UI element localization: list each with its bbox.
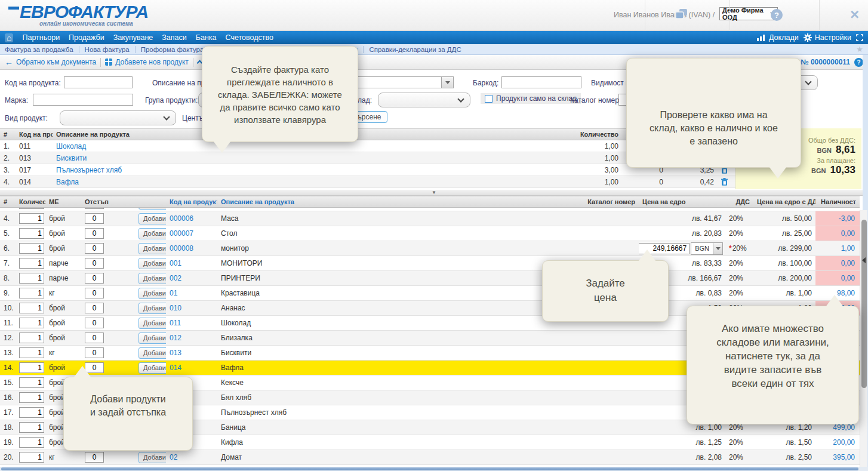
add-button[interactable]: Добави bbox=[138, 362, 166, 374]
menu-item[interactable]: Счетоводство bbox=[226, 33, 273, 42]
currency-dropdown-button[interactable] bbox=[713, 243, 722, 254]
discount-input[interactable] bbox=[85, 273, 104, 284]
product-code-link[interactable]: 000007 bbox=[166, 229, 217, 238]
stock-link[interactable] bbox=[815, 208, 860, 211]
help-icon[interactable]: ? bbox=[771, 9, 783, 21]
quantity-input[interactable] bbox=[19, 213, 44, 224]
add-button[interactable]: Добави bbox=[138, 258, 166, 269]
company-select[interactable]: Демо Фирма ООД bbox=[719, 7, 778, 20]
quantity-input[interactable] bbox=[19, 347, 44, 358]
menu-item[interactable]: Банка bbox=[196, 33, 217, 42]
quantity-input[interactable] bbox=[19, 392, 44, 403]
quantity-input[interactable] bbox=[19, 318, 44, 328]
menu-item[interactable]: Продажби bbox=[69, 33, 104, 42]
quantity-input[interactable] bbox=[19, 333, 44, 343]
add-button[interactable]: Добави bbox=[138, 303, 166, 314]
quantity-input[interactable] bbox=[19, 452, 44, 463]
panel-resize-arrow-icon[interactable] bbox=[862, 257, 866, 263]
favorite-star-icon[interactable]: ★ bbox=[856, 45, 863, 54]
page-help-icon[interactable]: ? bbox=[854, 58, 863, 67]
product-link[interactable]: Пълнозърнест хляб bbox=[53, 166, 550, 174]
submenu-item[interactable]: Фактура за продажба bbox=[5, 46, 73, 53]
fullscreen-icon[interactable] bbox=[856, 34, 863, 41]
quantity-input[interactable] bbox=[19, 437, 44, 448]
home-icon[interactable]: ⌂ bbox=[5, 33, 13, 42]
add-new-product-button[interactable]: Добавете нов продукт bbox=[105, 58, 189, 66]
discount-input[interactable] bbox=[85, 208, 104, 209]
product-code-link[interactable]: 01 bbox=[166, 289, 217, 297]
reports-menu-item[interactable]: Доклади bbox=[757, 33, 799, 42]
add-button[interactable]: Добави bbox=[138, 228, 166, 239]
quantity-input[interactable] bbox=[19, 377, 44, 388]
add-button[interactable]: Добави bbox=[138, 347, 166, 359]
stock-link[interactable]: 0,00 bbox=[815, 256, 860, 270]
close-icon[interactable]: × bbox=[850, 8, 859, 21]
product-code-link[interactable]: 012 bbox=[166, 334, 217, 342]
brand-input[interactable] bbox=[33, 94, 133, 106]
discount-input[interactable] bbox=[85, 258, 104, 269]
quantity-input[interactable] bbox=[19, 407, 44, 418]
discount-input[interactable] bbox=[85, 243, 104, 254]
vertical-scrollbar-thumb[interactable] bbox=[861, 220, 867, 388]
currency-select[interactable]: BGN bbox=[691, 242, 723, 255]
col-desc[interactable]: Описание на продукта bbox=[217, 198, 573, 205]
add-button[interactable]: Добави bbox=[138, 452, 166, 463]
add-button[interactable]: Добави bbox=[138, 288, 166, 299]
warehouse-select[interactable] bbox=[378, 93, 470, 107]
discount-input[interactable] bbox=[85, 452, 104, 463]
stock-link[interactable]: 1,00 bbox=[815, 241, 860, 255]
only-in-stock-checkbox[interactable] bbox=[485, 95, 493, 103]
discount-input[interactable] bbox=[85, 318, 104, 328]
product-code-link[interactable]: 001 bbox=[166, 259, 217, 267]
discount-input[interactable] bbox=[85, 288, 104, 298]
menu-item[interactable]: Закупуване bbox=[113, 33, 153, 42]
discount-input[interactable] bbox=[85, 333, 104, 343]
product-code-input[interactable] bbox=[64, 76, 133, 88]
submenu-item[interactable]: Нова фактура bbox=[85, 46, 130, 53]
add-button[interactable]: Добави bbox=[138, 208, 166, 210]
product-code-link[interactable]: 011 bbox=[166, 319, 217, 327]
product-link[interactable]: Шоколад bbox=[53, 142, 550, 150]
menu-item[interactable]: Запаси bbox=[162, 33, 186, 42]
discount-input[interactable] bbox=[85, 347, 104, 358]
add-button[interactable]: Добави bbox=[138, 333, 166, 344]
quantity-input[interactable] bbox=[19, 273, 44, 284]
menu-item[interactable]: Партньори bbox=[22, 33, 60, 42]
product-type-select[interactable] bbox=[60, 110, 176, 125]
add-button[interactable]: Добави bbox=[138, 243, 166, 254]
quantity-input[interactable] bbox=[19, 258, 44, 269]
submenu-item[interactable]: Справки-декларации за ДДС bbox=[369, 46, 461, 53]
stock-link[interactable]: 395,00 bbox=[815, 450, 860, 464]
quantity-input[interactable] bbox=[19, 288, 44, 298]
product-link[interactable]: Бисквити bbox=[53, 154, 550, 162]
quantity-input[interactable] bbox=[19, 208, 44, 209]
stock-link[interactable]: 0,00 bbox=[815, 226, 860, 241]
add-button[interactable]: Добави bbox=[138, 213, 166, 224]
product-code-link[interactable]: 000008 bbox=[166, 244, 217, 253]
collapse-divider[interactable]: ▼ bbox=[0, 190, 868, 196]
discount-input[interactable] bbox=[85, 303, 104, 313]
discount-input[interactable] bbox=[85, 228, 104, 239]
submenu-item[interactable]: Проформа фактура bbox=[141, 46, 204, 53]
barcode-input[interactable] bbox=[501, 76, 581, 88]
description-dropdown-button[interactable] bbox=[442, 76, 454, 88]
product-code-link[interactable]: 02 bbox=[166, 453, 217, 461]
quantity-input[interactable] bbox=[19, 303, 44, 313]
back-to-document-button[interactable]: ← Обратно към документа bbox=[5, 57, 96, 67]
product-link[interactable]: Вафла bbox=[53, 178, 550, 186]
quantity-input[interactable] bbox=[19, 362, 44, 373]
quantity-input[interactable] bbox=[19, 243, 44, 254]
product-code-link[interactable]: 014 bbox=[166, 364, 217, 372]
quantity-input[interactable] bbox=[19, 228, 44, 239]
quantity-input[interactable] bbox=[19, 422, 44, 433]
discount-input[interactable] bbox=[85, 213, 104, 224]
stock-link[interactable]: 200,00 bbox=[815, 435, 860, 450]
trash-icon[interactable] bbox=[721, 178, 732, 186]
product-code-link[interactable]: 013 bbox=[166, 349, 217, 357]
windows-icon[interactable] bbox=[675, 9, 688, 20]
horizontal-scrollbar-thumb[interactable] bbox=[1, 467, 858, 470]
product-code-link[interactable]: 000006 bbox=[166, 214, 217, 223]
col-code[interactable]: Код на продукта bbox=[166, 198, 217, 205]
settings-menu-item[interactable]: Настройки bbox=[804, 33, 851, 42]
vertical-scrollbar[interactable] bbox=[860, 210, 867, 467]
